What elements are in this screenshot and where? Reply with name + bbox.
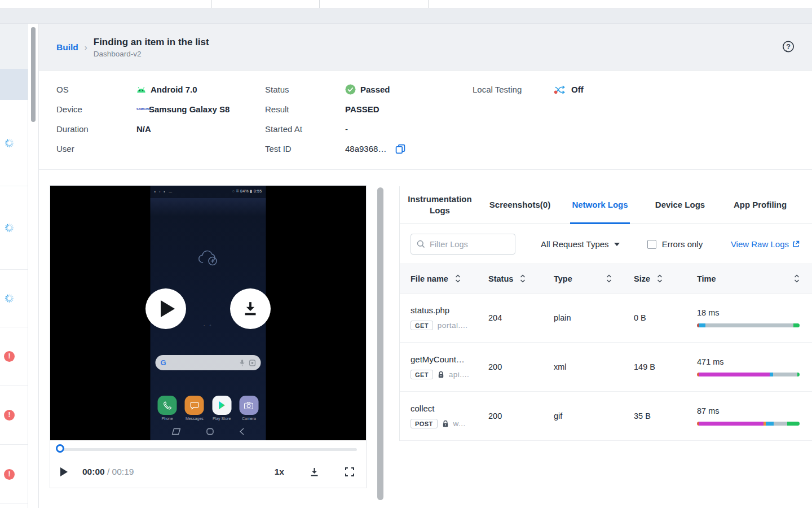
phone-app-play-store[interactable]: Play Store <box>209 396 235 421</box>
sort-icon[interactable] <box>794 274 800 283</box>
errors-only-toggle[interactable]: Errors only <box>647 239 703 249</box>
request-domain: api.... <box>449 370 470 379</box>
fullscreen-icon[interactable] <box>345 467 355 477</box>
network-log-row[interactable]: getMyCount…GETapi....200xml149 B471 ms <box>400 343 812 392</box>
status-code: 200 <box>488 411 554 421</box>
session-info-section: OS Android 7.0 Status Passed Local Testi… <box>39 71 812 170</box>
session-header: Build › Finding an item in the list Dash… <box>39 24 812 71</box>
user-label: User <box>56 144 136 154</box>
request-domain: portal.... <box>438 321 468 330</box>
local-testing-shuffle-icon <box>554 85 567 94</box>
session-subtitle: Dashboard-v2 <box>94 50 209 58</box>
help-icon[interactable]: ? <box>781 40 796 54</box>
video-player-card: ▪ ◦ ▪ … ◌ ⠿ 84% ▮ 8:55 · ◦ G PhoneMessag… <box>50 185 367 488</box>
loading-spinner-icon <box>4 293 15 304</box>
tab-screenshots[interactable]: Screenshots(0) <box>480 186 560 224</box>
playback-speed-button[interactable]: 1x <box>275 467 284 477</box>
video-progress-handle[interactable] <box>56 444 64 453</box>
filter-logs-searchbox[interactable] <box>411 234 515 255</box>
duration-value: N/A <box>136 124 265 134</box>
lens-icon <box>249 360 256 366</box>
response-size: 0 B <box>634 313 697 322</box>
tab-device-logs[interactable]: Device Logs <box>640 186 720 224</box>
sidebar-session-item-error[interactable]: ! <box>0 327 28 386</box>
caret-down-icon <box>614 243 620 246</box>
started-at-value: - <box>345 124 473 134</box>
phone-clock: 8:55 <box>254 189 262 193</box>
timing-bar <box>697 323 800 327</box>
file-name: status.php <box>411 305 488 315</box>
app-label: Play Store <box>213 417 231 421</box>
play-video-button[interactable] <box>145 288 186 329</box>
method-badge: GET <box>411 370 433 379</box>
video-area[interactable]: ▪ ◦ ▪ … ◌ ⠿ 84% ▮ 8:55 · ◦ G PhoneMessag… <box>50 186 366 440</box>
col-file-name: File name <box>411 274 488 283</box>
time-label: 18 ms <box>697 308 800 317</box>
sidebar-session-item-error[interactable]: ! <box>0 386 28 445</box>
download-video-button[interactable] <box>230 288 271 329</box>
method-badge: POST <box>411 419 438 428</box>
download-video-icon[interactable] <box>309 467 320 478</box>
error-icon: ! <box>4 351 15 362</box>
time-cell: 18 ms <box>697 308 800 327</box>
page-topbar <box>0 8 812 24</box>
play-button[interactable] <box>60 467 68 476</box>
phone-app-phone[interactable]: Phone <box>155 396 180 421</box>
app-root: !!! Build › Finding an item in the list … <box>0 0 812 508</box>
col-size: Size <box>634 274 697 283</box>
file-name: collect <box>411 404 488 413</box>
timing-bar <box>697 373 800 376</box>
phone-app-messages[interactable]: Messages <box>182 396 208 421</box>
sort-icon[interactable] <box>606 274 612 283</box>
network-log-row[interactable]: status.phpGETportal....204plain0 B18 ms <box>400 294 812 343</box>
google-search-bar: G <box>156 355 261 370</box>
back-icon <box>240 427 245 437</box>
breadcrumb-build-link[interactable]: Build <box>56 42 78 52</box>
view-raw-logs-link[interactable]: View Raw Logs <box>731 239 800 249</box>
loading-spinner-icon <box>4 138 15 148</box>
network-log-row[interactable]: collectPOSTw...200gif35 B87 ms <box>400 392 812 441</box>
loading-spinner-icon <box>4 222 15 233</box>
sidebar-scrollbar[interactable] <box>31 27 36 122</box>
phone-battery: 84% <box>240 189 249 193</box>
request-types-dropdown[interactable]: All Request Types <box>541 239 620 249</box>
phone-app-camera[interactable]: Camera <box>236 396 262 421</box>
sidebar-session-item-error[interactable]: ! <box>0 445 28 504</box>
logs-panel: Instrumentation Logs Screenshots(0) Netw… <box>399 186 812 441</box>
sidebar-session-item-spinner[interactable] <box>0 100 28 186</box>
request-domain: w... <box>453 419 466 428</box>
copy-test-id-icon[interactable] <box>395 144 405 154</box>
file-cell: getMyCount…GETapi.... <box>411 354 488 379</box>
result-label: Result <box>265 104 345 114</box>
video-progress-bar[interactable] <box>59 448 357 451</box>
sidebar-session-item-spinner[interactable] <box>0 186 28 270</box>
video-time: 00:00 / 00:19 <box>82 467 134 477</box>
sort-icon[interactable] <box>657 274 663 283</box>
tab-app-profiling[interactable]: App Profiling <box>720 186 800 224</box>
content-scrollbar[interactable] <box>377 187 383 500</box>
download-icon <box>242 300 259 317</box>
col-time: Time <box>697 274 800 283</box>
time-cell: 87 ms <box>697 406 800 426</box>
tab-instrumentation-logs[interactable]: Instrumentation Logs <box>400 186 480 224</box>
sidebar-header-block <box>0 24 28 69</box>
sort-icon[interactable] <box>455 274 461 283</box>
home-icon <box>206 427 214 437</box>
status-value: Passed <box>345 84 473 95</box>
filter-logs-input[interactable] <box>430 240 509 249</box>
errors-only-checkbox[interactable] <box>647 240 656 249</box>
sort-icon[interactable] <box>520 274 526 283</box>
network-table-body: status.phpGETportal....204plain0 B18 msg… <box>400 294 812 441</box>
sidebar-session-item-spinner[interactable] <box>0 270 28 327</box>
tab-network-logs[interactable]: Network Logs <box>560 186 640 224</box>
app-icon <box>158 396 177 415</box>
app-icon <box>212 396 231 415</box>
time-label: 471 ms <box>697 357 800 366</box>
sidebar-session-item-active[interactable] <box>0 69 28 100</box>
search-icon <box>417 240 425 248</box>
status-code: 200 <box>488 362 554 371</box>
device-label: Device <box>56 104 136 114</box>
tab-divider <box>319 0 320 8</box>
test-id-label: Test ID <box>265 144 345 154</box>
col-status: Status <box>488 274 554 283</box>
